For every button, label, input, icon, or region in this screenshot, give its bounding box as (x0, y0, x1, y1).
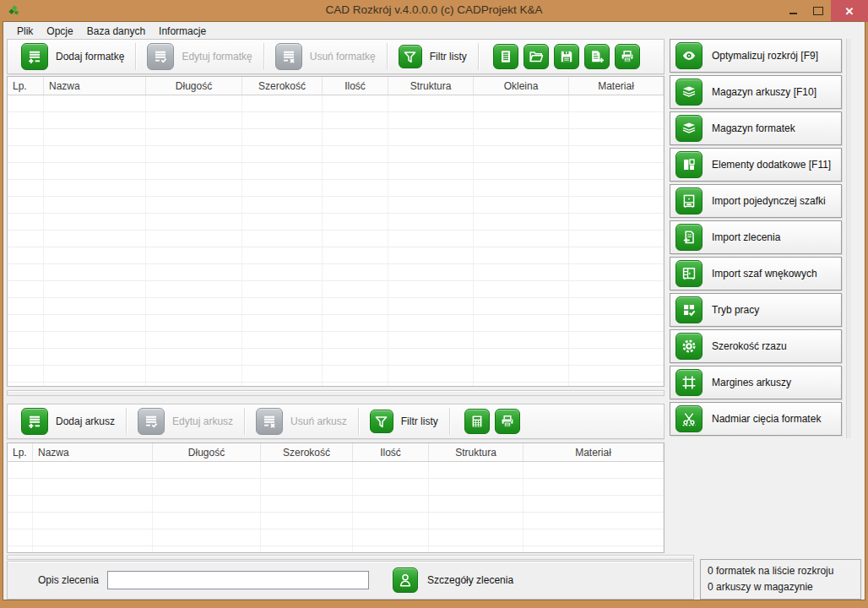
table-cell (242, 247, 323, 263)
table-cell (474, 197, 569, 213)
column-header[interactable]: Długość (146, 77, 242, 95)
add-formatka-button[interactable]: Dodaj formatkę (21, 43, 124, 70)
calculator-button[interactable] (464, 409, 490, 434)
formatki-table-body[interactable] (8, 95, 664, 387)
table-row (8, 383, 664, 387)
column-header[interactable]: Szerokość (242, 77, 323, 95)
sidebar-button-elementy-dodatkowe[interactable]: Elementy dodatkowe [F11] (670, 148, 842, 182)
column-header[interactable]: Lp. (8, 443, 33, 461)
print-formatki-button[interactable] (615, 44, 640, 69)
table-cell (388, 366, 474, 382)
delete-formatka-button[interactable]: Usuń formatkę (275, 43, 376, 70)
sidebar-button-margines-arkuszy[interactable]: Margines arkuszy (670, 366, 842, 399)
table-cell (8, 315, 44, 331)
table-cell (388, 197, 474, 213)
table-cell (323, 146, 388, 162)
add-arkusz-button[interactable]: Dodaj arkusz (21, 408, 115, 435)
sidebar-scrollbar[interactable] (846, 39, 851, 438)
list-icon-button[interactable] (493, 44, 518, 69)
arkusze-icon-buttons (464, 409, 520, 434)
menu-baza-danych[interactable]: Baza danych (80, 24, 152, 39)
column-header[interactable]: Materiał (569, 77, 664, 95)
table-cell (323, 366, 388, 382)
column-header[interactable]: Nazwa (33, 443, 153, 461)
minimize-button[interactable] (780, 0, 806, 22)
column-header[interactable]: Struktura (429, 443, 524, 461)
toolbar-separator (478, 43, 479, 70)
print-arkusze-button[interactable] (495, 409, 520, 434)
table-cell (388, 315, 474, 331)
table-cell (569, 247, 664, 263)
sidebar-button-magazyn-formatek[interactable]: Magazyn formatek (670, 111, 842, 145)
column-header[interactable]: Okleina (474, 77, 569, 95)
table-row (8, 197, 664, 214)
sidebar-button-tryb-pracy[interactable]: Tryb pracy (670, 293, 842, 327)
table-cell (44, 366, 146, 382)
list-edit-icon (138, 408, 165, 435)
table-cell (388, 214, 474, 230)
table-row (8, 264, 664, 281)
edit-arkusz-button[interactable]: Edytuj arkusz (138, 408, 233, 435)
menu-plik[interactable]: Plik (10, 24, 40, 39)
table-cell (8, 281, 44, 297)
sidebar-button-nadmiar-ciecia[interactable]: Nadmiar cięcia formatek (670, 402, 842, 436)
delete-arkusz-button[interactable]: Usuń arkusz (256, 408, 347, 435)
table-cell (429, 496, 524, 512)
table-cell (153, 529, 261, 546)
table-cell (569, 129, 664, 145)
cabinet-icon (675, 187, 703, 214)
table-cell (569, 231, 664, 247)
table-cell (388, 332, 474, 348)
splitter[interactable] (7, 390, 665, 396)
menu-opcje[interactable]: Opcje (40, 24, 79, 39)
column-header[interactable]: Długość (153, 443, 261, 461)
toolbar-separator (449, 408, 450, 435)
table-cell (33, 479, 153, 495)
sidebar-button-szerokosc-rzazu[interactable]: Szerokość rzazu (670, 329, 842, 363)
filter-arkusze-label: Filtr listy (401, 415, 438, 427)
menu-informacje[interactable]: Informacje (152, 24, 213, 39)
sidebar-button-import-zlecenia[interactable]: Import zlecenia (670, 220, 842, 254)
sidebar-button-magazyn-arkuszy[interactable]: Magazyn arkuszy [F10] (670, 75, 842, 109)
order-details-button[interactable]: Szczegóły zlecenia (388, 567, 518, 594)
open-folder-button[interactable] (524, 44, 549, 69)
table-cell (44, 332, 146, 348)
table-cell (388, 129, 474, 145)
table-cell (242, 281, 323, 297)
column-header[interactable]: Nazwa (44, 77, 146, 95)
column-header[interactable]: Materiał (524, 443, 664, 461)
scissors-icon (675, 405, 703, 432)
table-cell (242, 129, 323, 145)
column-header[interactable]: Ilość (323, 77, 388, 95)
column-header[interactable]: Lp. (8, 77, 44, 95)
column-header[interactable]: Ilość (353, 443, 429, 461)
edit-formatka-button[interactable]: Edytuj formatkę (147, 43, 252, 70)
table-cell (474, 264, 569, 280)
table-cell (323, 129, 388, 145)
table-cell (569, 214, 664, 230)
table-cell (153, 462, 261, 478)
maximize-button[interactable] (806, 0, 831, 22)
filter-formatki-button[interactable]: Filtr listy (399, 45, 467, 68)
add-from-file-button[interactable] (584, 44, 610, 69)
filter-arkusze-button[interactable]: Filtr listy (370, 410, 438, 433)
sidebar-button-optymalizuj-rozkroj[interactable]: Optymalizuj rozkrój [F9] (670, 39, 842, 73)
column-header[interactable]: Struktura (388, 77, 474, 95)
column-header[interactable]: Szerokość (261, 443, 353, 461)
table-cell (474, 129, 569, 145)
arkusze-table: Lp.NazwaDługośćSzerokośćIlośćStrukturaMa… (7, 442, 665, 553)
sidebar-button-import-szafki[interactable]: Import pojedynczej szafki (670, 184, 842, 218)
save-button[interactable] (554, 44, 579, 69)
table-cell (44, 383, 146, 387)
close-button[interactable]: ✕ (831, 0, 868, 22)
menu-bar: Plik Opcje Baza danych Informacje (3, 24, 213, 39)
table-cell (8, 479, 33, 495)
table-row (8, 95, 664, 112)
order-description-input[interactable] (107, 571, 369, 589)
eye-icon (675, 42, 703, 69)
table-cell (353, 479, 429, 495)
wardrobe-icon (675, 260, 703, 287)
sidebar-button-import-szaf-wnekowych[interactable]: Import szaf wnękowych (670, 257, 842, 290)
table-cell (323, 349, 388, 365)
arkusze-table-body[interactable] (8, 462, 664, 553)
